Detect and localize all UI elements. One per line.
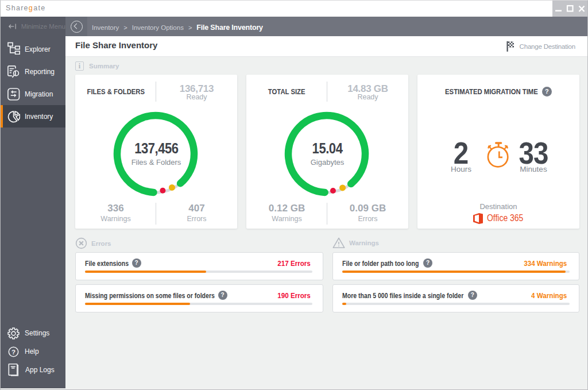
svg-text:?: ?: [11, 348, 16, 355]
